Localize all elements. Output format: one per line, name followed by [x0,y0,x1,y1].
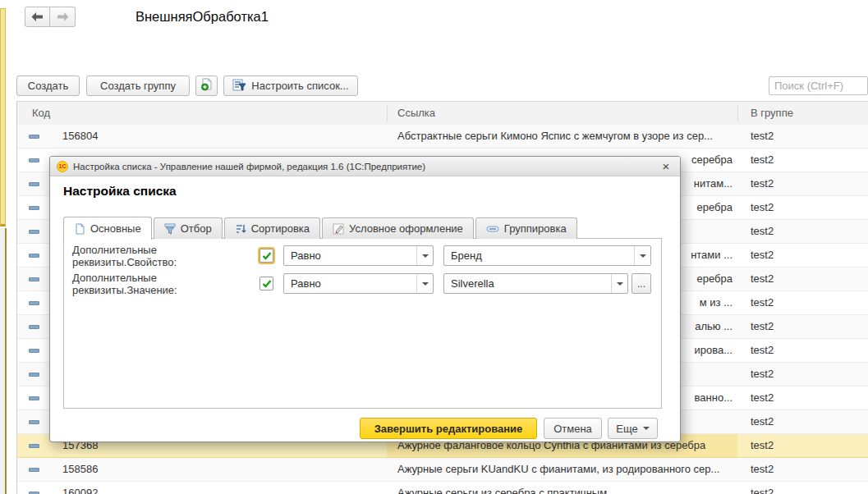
list-settings-dialog: 1С Настройка списка - Управление нашей ф… [49,156,681,442]
page-add-icon [200,78,214,94]
condition-select[interactable]: Равно [283,273,434,294]
chevron-down-icon [643,427,650,430]
column-header-group[interactable]: В группе [751,102,793,125]
cell-group: test2 [751,196,774,219]
row-marker-icon [29,230,39,234]
row-marker-icon [29,206,39,210]
cell-group: test2 [751,410,774,433]
back-arrow-icon [31,10,44,25]
filter-row: Дополнительные реквизиты.Свойство:РавноБ… [72,245,651,266]
close-icon[interactable]: × [659,159,673,174]
dialog-titlebar[interactable]: 1С Настройка списка - Управление нашей ф… [50,157,680,176]
cell-link: Ажурные серьги KUandKU с фианитами, из р… [387,458,737,481]
create-group-button-label: Создать группу [100,80,176,92]
table-header: Код Ссылка В группе [17,102,868,126]
collapsed-panel-strip[interactable] [0,8,6,226]
tab-sort[interactable]: Сортировка [224,217,320,239]
cell-group: test2 [751,291,774,314]
finish-editing-button[interactable]: Завершить редактирование [360,418,537,439]
chevron-down-icon[interactable] [611,274,627,293]
chevron-down-icon[interactable] [416,274,433,293]
document-icon [74,223,85,235]
create-button[interactable]: Создать [16,75,80,96]
row-marker-icon [29,468,39,472]
cell-group: test2 [751,434,774,457]
more-label: Еще [616,423,637,435]
cancel-button[interactable]: Отмена [544,418,602,439]
panel-splitter-line[interactable] [5,228,7,494]
row-marker-icon [29,135,39,139]
row-marker-icon [29,396,39,400]
dialog-tabs: ОсновныеОтборСортировкаУсловное оформлен… [63,216,579,239]
filter-row: Дополнительные реквизиты.Значение:РавноS… [72,273,651,294]
create-group-button[interactable]: Создать группу [86,75,190,96]
value-select[interactable]: Бренд [443,245,651,266]
chevron-down-icon[interactable] [416,246,433,265]
row-marker-icon [29,349,39,353]
tab-label: Основные [90,222,141,235]
dialog-heading: Настройка списка [63,184,177,199]
cell-code: 160092 [62,482,98,494]
row-marker-icon [29,373,39,377]
row-marker-icon [29,254,39,258]
conditional-format-icon [333,223,344,235]
value-select[interactable]: Silverella [443,273,628,294]
cell-link: Ажурные серьги из серебра с практичным..… [387,482,737,494]
row-marker-icon [29,301,39,305]
1c-logo-icon: 1С [57,161,68,172]
filter-checkbox[interactable] [259,277,273,290]
cell-group: test2 [751,244,774,267]
filter-icon [164,223,176,235]
row-marker-icon [29,420,39,424]
cell-code: 156804 [62,125,98,148]
choose-value-button[interactable]: ... [631,273,651,294]
tab-document[interactable]: Основные [63,217,152,240]
cell-group: test2 [751,387,774,409]
cell-group: test2 [751,315,774,338]
table-row[interactable]: 156804Абстрактные серьги Кимоно Яспис с … [17,125,868,149]
column-header-link[interactable]: Ссылка [397,102,435,125]
more-button[interactable]: Еще [608,418,658,439]
list-settings-icon [232,79,246,94]
back-button[interactable] [25,7,50,27]
row-marker-icon [29,444,39,448]
configure-list-button[interactable]: Настроить список... [223,75,358,96]
cell-group: test2 [751,149,774,172]
cell-group: test2 [751,482,774,494]
table-row[interactable]: 158586Ажурные серьги KUandKU с фианитами… [17,458,868,482]
tab-conditional-format[interactable]: Условное оформление [322,217,474,239]
configure-list-button-label: Настроить список... [251,80,348,92]
table-row[interactable]: 160092Ажурные серьги из серебра с практи… [17,482,868,494]
tab-label: Сортировка [251,222,310,235]
sort-icon [235,223,246,235]
row-marker-icon [29,158,39,162]
condition-select[interactable]: Равно [283,245,434,266]
grouping-icon [486,224,499,234]
cell-group: test2 [751,339,774,362]
cancel-label: Отмена [553,423,592,435]
row-marker-icon [29,325,39,329]
tab-grouping[interactable]: Группировка [475,217,577,239]
tab-label: Отбор [181,222,212,235]
column-header-code[interactable]: Код [32,102,50,125]
filter-label: Дополнительные реквизиты.Свойство: [72,244,259,268]
tab-filter[interactable]: Отбор [154,217,223,239]
chevron-down-icon[interactable] [634,246,650,265]
create-button-label: Создать [28,80,68,92]
cell-group: test2 [751,172,774,195]
row-marker-icon [29,182,39,186]
column-separator[interactable] [387,105,388,121]
tab-label: Условное оформление [349,222,463,235]
cell-code: 158586 [62,458,98,481]
search-input[interactable] [769,76,868,95]
page-title: ВнешняяОбработка1 [135,9,269,25]
column-separator[interactable] [737,105,738,121]
filter-checkbox[interactable] [259,249,273,263]
filters-panel: Дополнительные реквизиты.Свойство:РавноБ… [63,238,662,409]
dialog-title: Настройка списка - Управление нашей фирм… [73,162,654,172]
tab-label: Группировка [504,222,567,235]
cell-group: test2 [751,220,774,243]
create-by-copy-button[interactable] [195,75,218,96]
forward-button[interactable] [50,7,76,27]
cell-group: test2 [751,268,774,290]
